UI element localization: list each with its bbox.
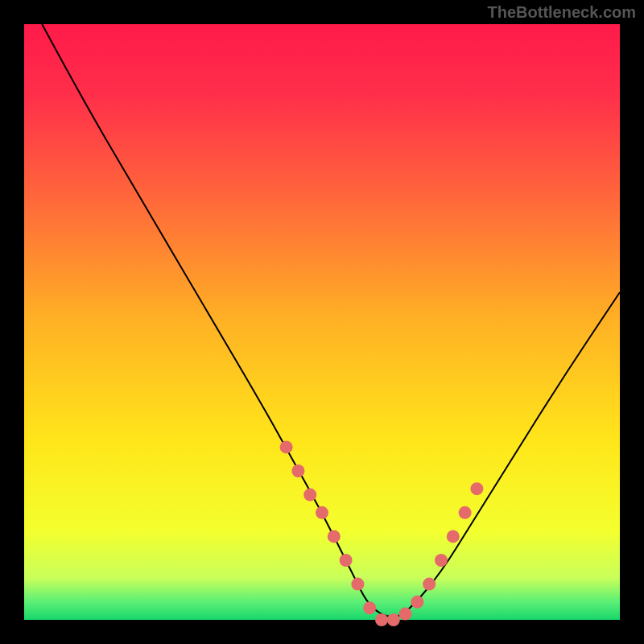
marker-dot: [375, 613, 388, 626]
marker-dot: [328, 530, 341, 543]
marker-dot: [423, 578, 436, 591]
bottleneck-chart: [0, 0, 644, 644]
marker-dot: [291, 464, 304, 477]
marker-dot: [399, 608, 412, 621]
marker-dot: [351, 578, 364, 591]
marker-dot: [340, 554, 353, 567]
marker-dot: [447, 530, 460, 543]
chart-container: TheBottleneck.com: [0, 0, 644, 644]
marker-dot: [470, 482, 483, 495]
marker-dot: [363, 601, 376, 614]
marker-dot: [435, 554, 448, 567]
marker-dot: [387, 613, 400, 626]
marker-dot: [459, 506, 472, 519]
marker-dot: [303, 489, 316, 502]
marker-dot: [411, 596, 423, 609]
plot-background: [24, 24, 620, 620]
attribution-label: TheBottleneck.com: [488, 3, 636, 22]
marker-dot: [280, 440, 293, 453]
marker-dot: [316, 506, 328, 519]
